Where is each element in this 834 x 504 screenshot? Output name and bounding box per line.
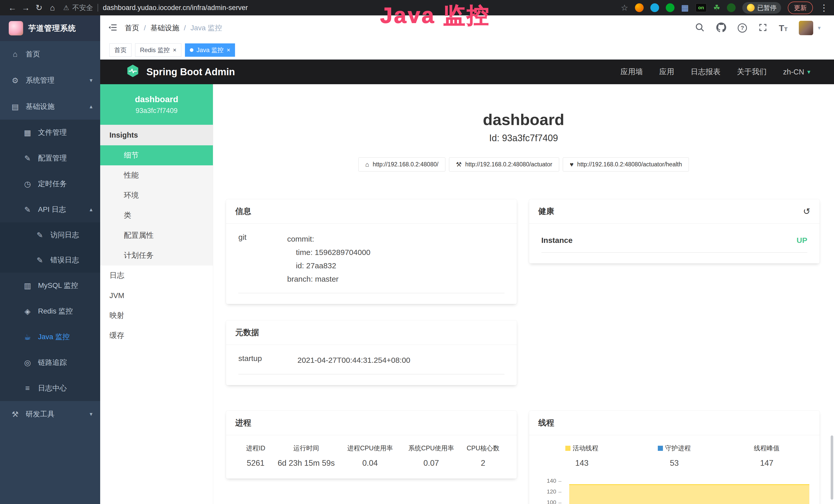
bookmark-star-icon[interactable]: ☆ — [621, 3, 628, 13]
sidebar-item-redis-monitor[interactable]: ◈ Redis 监控 — [0, 298, 100, 324]
sidebar-item-file-management[interactable]: ▦ 文件管理 — [0, 120, 100, 145]
search-icon[interactable] — [695, 23, 705, 33]
sidebar-item-log-center[interactable]: ≡ 日志中心 — [0, 375, 100, 401]
sba-language-select[interactable]: zh-CN ▾ — [783, 68, 810, 76]
sba-menu-environment[interactable]: 环境 — [100, 185, 213, 205]
instance-name: dashboard — [135, 94, 178, 104]
sidebar-item-home[interactable]: ⌂ 首页 — [0, 41, 100, 67]
paused-label: 已暂停 — [757, 4, 776, 12]
health-url-button[interactable]: ♥ http://192.168.0.2:48080/actuator/heal… — [563, 157, 689, 171]
forward-icon[interactable]: → — [19, 3, 32, 13]
home-icon[interactable]: ⌂ — [46, 3, 59, 13]
sidebar-item-scheduled-tasks[interactable]: ◷ 定时任务 — [0, 171, 100, 197]
hamburger-icon[interactable] — [108, 23, 118, 33]
sidebar-item-system[interactable]: ⚙ 系统管理 ▾ — [0, 67, 100, 93]
instance-links: ⌂ http://192.168.0.2:48080/ ⚒ http://192… — [213, 157, 834, 171]
sba-sidebar: dashboard 93a3fc7f7409 Insights 细节 性能 环境… — [100, 84, 213, 504]
sidebar-item-error-logs[interactable]: ✎ 错误日志 — [0, 248, 100, 273]
logo-avatar — [9, 21, 23, 36]
sba-menu-classes[interactable]: 类 — [100, 205, 213, 225]
sba-instance-header[interactable]: dashboard 93a3fc7f7409 — [100, 84, 213, 125]
reload-icon[interactable]: ↻ — [32, 3, 46, 13]
peak-threads-value: 147 — [721, 459, 813, 468]
threads-area-series — [569, 484, 810, 504]
sba-menu-metrics[interactable]: 性能 — [100, 165, 213, 185]
sba-nav-wall[interactable]: 应用墙 — [620, 67, 643, 77]
app-logo[interactable]: 芋道管理系统 — [0, 16, 100, 41]
sba-nav-about[interactable]: 关于我们 — [737, 67, 767, 77]
extension-on-badge[interactable]: on — [696, 3, 707, 12]
sidebar-item-infrastructure[interactable]: ▤ 基础设施 ▴ — [0, 93, 100, 120]
health-url: http://192.168.0.2:48080/actuator/health — [577, 161, 682, 168]
sidebar-item-mysql-monitor[interactable]: ▥ MySQL 监控 — [0, 273, 100, 298]
col-process-cpu: 进程CPU使用率 — [339, 444, 400, 452]
service-url: http://192.168.0.2:48080/ — [373, 161, 438, 168]
sidebar-item-label: Redis 监控 — [38, 306, 73, 316]
sidebar-item-config-management[interactable]: ✎ 配置管理 — [0, 145, 100, 171]
extension-icon-5[interactable]: ☘ — [713, 4, 720, 12]
sidebar-item-access-logs[interactable]: ✎ 访问日志 — [0, 222, 100, 248]
sba-menu-jvm[interactable]: JVM — [100, 285, 213, 305]
back-icon[interactable]: ← — [6, 3, 19, 13]
paused-chip[interactable]: 已暂停 — [742, 2, 781, 14]
close-icon[interactable]: × — [226, 47, 230, 53]
daemon-threads-value: 53 — [628, 459, 721, 468]
address-bar[interactable]: ⚠ 不安全 dashboard.yudao.iocoder.cn/infra/a… — [63, 3, 248, 12]
sba-menu-config-props[interactable]: 配置属性 — [100, 225, 213, 246]
emoji-face-icon — [747, 4, 755, 12]
threads-legend-values: 143 53 147 — [536, 459, 813, 468]
sidebar-item-tracing[interactable]: ◎ 链路追踪 — [0, 350, 100, 375]
help-icon[interactable]: ? — [738, 23, 747, 32]
github-icon[interactable] — [716, 22, 726, 33]
infrastructure-icon: ▤ — [10, 102, 20, 111]
chevron-up-icon: ▴ — [90, 206, 92, 213]
tools-icon: ⚒ — [10, 410, 20, 419]
sba-menu-mappings[interactable]: 映射 — [100, 305, 213, 325]
scrollbar-thumb[interactable] — [831, 435, 833, 500]
extension-icon-2[interactable] — [650, 3, 659, 12]
actuator-url-button[interactable]: ⚒ http://192.168.0.2:48080/actuator — [449, 157, 559, 171]
font-size-icon[interactable]: TT — [779, 23, 788, 33]
sba-nav-applications[interactable]: 应用 — [659, 67, 674, 77]
tab-java-monitor[interactable]: Java 监控 × — [185, 43, 235, 57]
avatar-caret-icon[interactable]: ▾ — [818, 25, 821, 31]
sidebar-item-dev-tools[interactable]: ⚒ 研发工具 ▾ — [0, 401, 100, 427]
extension-icon-3[interactable] — [666, 3, 675, 12]
update-button[interactable]: 更新 — [788, 2, 813, 14]
service-url-button[interactable]: ⌂ http://192.168.0.2:48080/ — [358, 157, 445, 171]
sidebar-item-java-monitor[interactable]: ☕ Java 监控 — [0, 324, 100, 350]
health-instance-row[interactable]: Instance UP — [542, 232, 808, 253]
url-text[interactable]: dashboard.yudao.iocoder.cn/infra/admin-s… — [103, 4, 248, 12]
threads-card: 线程 活动线程 守护进程 线程峰值 143 53 — [529, 411, 820, 504]
avatar[interactable] — [799, 21, 813, 35]
sidebar-item-api-logs[interactable]: ✎ API 日志 ▴ — [0, 197, 100, 222]
health-icon: ♥ — [570, 161, 574, 168]
close-icon[interactable]: × — [173, 47, 176, 53]
tab-home[interactable]: 首页 — [109, 43, 132, 57]
threads-card-title: 线程 — [529, 411, 820, 435]
history-icon[interactable]: ↺ — [803, 206, 811, 216]
sba-menu-scheduled-tasks[interactable]: 计划任务 — [100, 246, 213, 266]
sba-menu-details[interactable]: 细节 — [100, 145, 213, 165]
system-cpu-value: 0.07 — [401, 459, 462, 468]
threads-legend-headers: 活动线程 守护进程 线程峰值 — [536, 444, 813, 452]
breadcrumb-infrastructure[interactable]: 基础设施 — [151, 23, 179, 33]
sidebar-item-label: Java 监控 — [38, 332, 70, 342]
sba-nav-journal[interactable]: 日志报表 — [691, 67, 721, 77]
access-log-icon: ✎ — [35, 231, 45, 239]
extension-icon-1[interactable] — [635, 3, 644, 12]
extension-icon-4[interactable]: ▦ — [681, 4, 689, 12]
sba-menu-caches[interactable]: 缓存 — [100, 325, 213, 346]
extension-icon-6[interactable] — [727, 3, 736, 12]
breadcrumb-home[interactable]: 首页 — [125, 23, 139, 33]
metadata-card: 元数据 startup 2021-04-27T00:44:31.254+08:0… — [226, 320, 517, 385]
fullscreen-icon[interactable] — [758, 23, 767, 33]
tab-redis-monitor[interactable]: Redis 监控 × — [135, 43, 181, 57]
sba-brand[interactable]: Spring Boot Admin — [126, 64, 235, 80]
actuator-url: http://192.168.0.2:48080/actuator — [465, 161, 552, 168]
sba-menu-loggers[interactable]: 日志 — [100, 266, 213, 285]
browser-menu-icon[interactable]: ⋮ — [820, 3, 828, 13]
divider — [97, 4, 98, 12]
file-icon: ▦ — [23, 128, 32, 137]
sba-content: dashboard Id: 93a3fc7f7409 ⌂ http://192.… — [213, 84, 834, 504]
